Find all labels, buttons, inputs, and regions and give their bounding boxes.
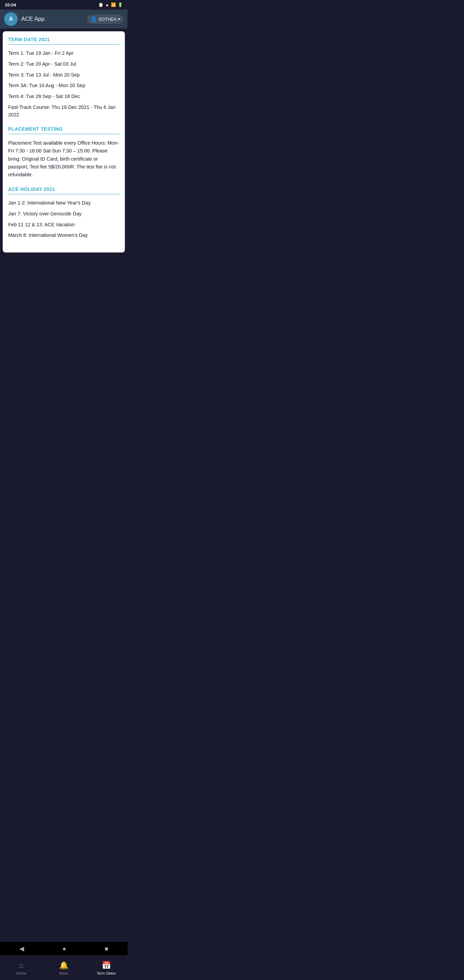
status-time: 10:04: [5, 2, 16, 8]
user-menu[interactable]: 👤 SOTHEA ▾: [87, 14, 124, 24]
clipboard-icon: 📋: [98, 2, 103, 7]
term-1: Term 1: Tue 19 Jan - Fri 2 Apr: [8, 48, 119, 59]
term-dates-section: TERM DATE 2021 Term 1: Tue 19 Jan - Fri …: [8, 37, 119, 120]
term-dates-heading: TERM DATE 2021: [8, 37, 119, 45]
logo-text: A: [9, 16, 13, 22]
placement-testing-heading: PLACEMENT TESTING: [8, 126, 119, 134]
toolbar-left: A ACE App: [4, 12, 44, 26]
main-content: TERM DATE 2021 Term 1: Tue 19 Jan - Fri …: [3, 31, 125, 253]
term-3a: Term 3A: Tue 10 Aug - Mon 20 Sep: [8, 80, 119, 91]
ace-holiday-section: ACE HOLIDAY 2021 Jan 1-2: International …: [8, 186, 119, 241]
user-name: SOTHEA: [99, 17, 117, 22]
battery-icon: 🔋: [118, 2, 123, 7]
ace-holiday-heading: ACE HOLIDAY 2021: [8, 186, 119, 194]
holiday-4: March 8: International Women's Day: [8, 230, 119, 241]
holiday-2: Jan 7: Victory over Genocide Day: [8, 208, 119, 220]
holiday-3: Feb 11 12 & 13: ACE Vacation: [8, 220, 119, 231]
placement-testing-section: PLACEMENT TESTING Placement Test availab…: [8, 126, 119, 180]
signal-icon: 📶: [111, 2, 116, 7]
app-logo: A: [4, 12, 18, 26]
status-icons: 📋 ▲ 📶 🔋: [98, 2, 123, 7]
toolbar: A ACE App 👤 SOTHEA ▾: [0, 10, 127, 29]
status-bar: 10:04 📋 ▲ 📶 🔋: [0, 0, 127, 10]
chevron-down-icon: ▾: [118, 17, 120, 21]
app-title: ACE App: [21, 16, 44, 22]
fast-track-course: Fast-Track Course: Thu 16 Dec 2021 - Thu…: [8, 102, 119, 121]
placement-testing-text: Placement Test available every Office Ho…: [8, 137, 119, 180]
term-2: Term 2: Tue 20 Apr - Sat 03 Jul: [8, 59, 119, 70]
term-4: Term 4: Tue 28 Sep - Sat 18 Dec: [8, 91, 119, 102]
term-3: Term 3: Tue 13 Jul - Mon 20 Sep: [8, 70, 119, 81]
user-icon: 👤: [91, 16, 97, 22]
wifi-icon: ▲: [105, 2, 109, 7]
holiday-1: Jan 1-2: International New Year's Day: [8, 198, 119, 208]
